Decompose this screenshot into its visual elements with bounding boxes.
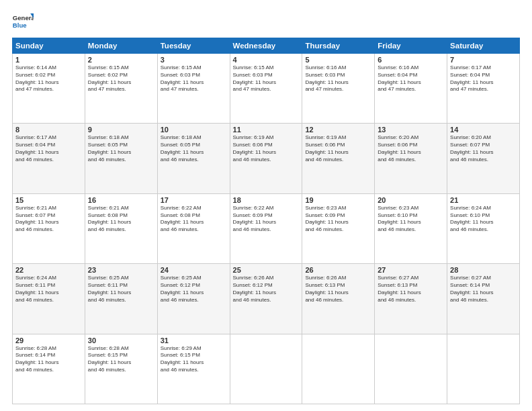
day-cell: 4Sunrise: 6:15 AM Sunset: 6:03 PM Daylig… <box>230 54 302 124</box>
day-info: Sunrise: 6:28 AM Sunset: 6:14 PM Dayligh… <box>15 345 82 374</box>
day-cell: 6Sunrise: 6:16 AM Sunset: 6:04 PM Daylig… <box>375 54 447 124</box>
day-info: Sunrise: 6:15 AM Sunset: 6:03 PM Dayligh… <box>233 64 300 93</box>
day-cell: 3Sunrise: 6:15 AM Sunset: 6:03 PM Daylig… <box>157 54 230 124</box>
col-header-wednesday: Wednesday <box>230 38 302 54</box>
calendar-table: SundayMondayTuesdayWednesdayThursdayFrid… <box>12 38 520 404</box>
day-cell: 26Sunrise: 6:26 AM Sunset: 6:13 PM Dayli… <box>302 264 375 334</box>
day-cell: 24Sunrise: 6:25 AM Sunset: 6:12 PM Dayli… <box>157 264 230 334</box>
day-info: Sunrise: 6:20 AM Sunset: 6:06 PM Dayligh… <box>378 134 444 163</box>
day-info: Sunrise: 6:24 AM Sunset: 6:11 PM Dayligh… <box>15 275 82 304</box>
day-number: 16 <box>88 196 154 204</box>
day-cell: 14Sunrise: 6:20 AM Sunset: 6:07 PM Dayli… <box>447 124 520 193</box>
day-number: 6 <box>378 56 444 64</box>
day-number: 13 <box>378 126 444 134</box>
day-cell: 12Sunrise: 6:19 AM Sunset: 6:06 PM Dayli… <box>302 124 375 193</box>
day-number: 2 <box>88 56 154 64</box>
day-info: Sunrise: 6:17 AM Sunset: 6:04 PM Dayligh… <box>15 134 82 163</box>
day-info: Sunrise: 6:21 AM Sunset: 6:08 PM Dayligh… <box>88 205 154 234</box>
day-cell: 13Sunrise: 6:20 AM Sunset: 6:06 PM Dayli… <box>375 124 447 193</box>
col-header-monday: Monday <box>85 38 157 54</box>
day-number: 27 <box>378 266 444 274</box>
week-row-1: 1Sunrise: 6:14 AM Sunset: 6:02 PM Daylig… <box>13 54 520 124</box>
day-number: 1 <box>15 56 82 64</box>
col-header-tuesday: Tuesday <box>157 38 230 54</box>
day-cell: 30Sunrise: 6:28 AM Sunset: 6:15 PM Dayli… <box>85 334 157 404</box>
day-info: Sunrise: 6:25 AM Sunset: 6:12 PM Dayligh… <box>161 275 227 304</box>
day-cell: 10Sunrise: 6:18 AM Sunset: 6:05 PM Dayli… <box>157 124 230 193</box>
day-info: Sunrise: 6:26 AM Sunset: 6:12 PM Dayligh… <box>233 275 300 304</box>
day-number: 23 <box>88 266 154 274</box>
day-info: Sunrise: 6:18 AM Sunset: 6:05 PM Dayligh… <box>88 134 154 163</box>
day-cell: 21Sunrise: 6:24 AM Sunset: 6:10 PM Dayli… <box>447 193 520 263</box>
day-info: Sunrise: 6:19 AM Sunset: 6:06 PM Dayligh… <box>305 134 371 163</box>
day-info: Sunrise: 6:22 AM Sunset: 6:09 PM Dayligh… <box>233 205 300 234</box>
day-info: Sunrise: 6:23 AM Sunset: 6:09 PM Dayligh… <box>305 205 371 234</box>
col-header-friday: Friday <box>375 38 447 54</box>
header: General Blue <box>12 11 520 32</box>
svg-text:General: General <box>13 14 34 21</box>
day-cell: 15Sunrise: 6:21 AM Sunset: 6:07 PM Dayli… <box>13 193 85 263</box>
week-row-3: 15Sunrise: 6:21 AM Sunset: 6:07 PM Dayli… <box>13 193 520 263</box>
day-number: 9 <box>88 126 154 134</box>
day-cell: 31Sunrise: 6:29 AM Sunset: 6:15 PM Dayli… <box>157 334 230 404</box>
day-info: Sunrise: 6:24 AM Sunset: 6:10 PM Dayligh… <box>450 205 517 234</box>
day-cell: 16Sunrise: 6:21 AM Sunset: 6:08 PM Dayli… <box>85 193 157 263</box>
day-cell: 5Sunrise: 6:16 AM Sunset: 6:03 PM Daylig… <box>302 54 375 124</box>
day-info: Sunrise: 6:21 AM Sunset: 6:07 PM Dayligh… <box>15 205 82 234</box>
day-cell: 11Sunrise: 6:19 AM Sunset: 6:06 PM Dayli… <box>230 124 302 193</box>
day-cell <box>230 334 302 404</box>
week-row-5: 29Sunrise: 6:28 AM Sunset: 6:14 PM Dayli… <box>13 334 520 404</box>
day-cell: 27Sunrise: 6:27 AM Sunset: 6:13 PM Dayli… <box>375 264 447 334</box>
day-number: 31 <box>161 336 227 345</box>
day-cell: 23Sunrise: 6:25 AM Sunset: 6:11 PM Dayli… <box>85 264 157 334</box>
day-info: Sunrise: 6:23 AM Sunset: 6:10 PM Dayligh… <box>378 205 444 234</box>
day-number: 14 <box>450 126 517 134</box>
col-header-thursday: Thursday <box>302 38 375 54</box>
day-cell: 9Sunrise: 6:18 AM Sunset: 6:05 PM Daylig… <box>85 124 157 193</box>
day-number: 22 <box>15 266 82 274</box>
day-number: 3 <box>161 56 227 64</box>
day-cell: 22Sunrise: 6:24 AM Sunset: 6:11 PM Dayli… <box>13 264 85 334</box>
day-number: 21 <box>450 196 517 204</box>
day-info: Sunrise: 6:27 AM Sunset: 6:14 PM Dayligh… <box>450 275 517 304</box>
day-cell: 20Sunrise: 6:23 AM Sunset: 6:10 PM Dayli… <box>375 193 447 263</box>
col-header-saturday: Saturday <box>447 38 520 54</box>
day-cell: 29Sunrise: 6:28 AM Sunset: 6:14 PM Dayli… <box>13 334 85 404</box>
week-row-2: 8Sunrise: 6:17 AM Sunset: 6:04 PM Daylig… <box>13 124 520 193</box>
day-cell <box>302 334 375 404</box>
day-number: 30 <box>88 336 154 345</box>
day-number: 26 <box>305 266 371 274</box>
day-number: 25 <box>233 266 300 274</box>
day-number: 20 <box>378 196 444 204</box>
day-info: Sunrise: 6:14 AM Sunset: 6:02 PM Dayligh… <box>15 64 82 93</box>
day-info: Sunrise: 6:27 AM Sunset: 6:13 PM Dayligh… <box>378 275 444 304</box>
day-number: 24 <box>161 266 227 274</box>
day-number: 5 <box>305 56 371 64</box>
day-number: 10 <box>161 126 227 134</box>
day-number: 17 <box>161 196 227 204</box>
day-cell: 25Sunrise: 6:26 AM Sunset: 6:12 PM Dayli… <box>230 264 302 334</box>
week-row-4: 22Sunrise: 6:24 AM Sunset: 6:11 PM Dayli… <box>13 264 520 334</box>
day-cell: 17Sunrise: 6:22 AM Sunset: 6:08 PM Dayli… <box>157 193 230 263</box>
day-number: 7 <box>450 56 517 64</box>
day-info: Sunrise: 6:26 AM Sunset: 6:13 PM Dayligh… <box>305 275 371 304</box>
day-cell: 2Sunrise: 6:15 AM Sunset: 6:02 PM Daylig… <box>85 54 157 124</box>
day-cell <box>447 334 520 404</box>
page: General Blue SundayMondayTuesdayWednesda… <box>0 0 532 411</box>
day-info: Sunrise: 6:22 AM Sunset: 6:08 PM Dayligh… <box>161 205 227 234</box>
day-info: Sunrise: 6:29 AM Sunset: 6:15 PM Dayligh… <box>161 345 227 374</box>
day-cell: 7Sunrise: 6:17 AM Sunset: 6:04 PM Daylig… <box>447 54 520 124</box>
day-info: Sunrise: 6:28 AM Sunset: 6:15 PM Dayligh… <box>88 345 154 374</box>
day-info: Sunrise: 6:19 AM Sunset: 6:06 PM Dayligh… <box>233 134 300 163</box>
day-number: 29 <box>15 336 82 345</box>
logo: General Blue <box>12 11 34 32</box>
day-number: 12 <box>305 126 371 134</box>
day-cell: 19Sunrise: 6:23 AM Sunset: 6:09 PM Dayli… <box>302 193 375 263</box>
day-info: Sunrise: 6:15 AM Sunset: 6:03 PM Dayligh… <box>161 64 227 93</box>
day-cell: 28Sunrise: 6:27 AM Sunset: 6:14 PM Dayli… <box>447 264 520 334</box>
day-cell: 1Sunrise: 6:14 AM Sunset: 6:02 PM Daylig… <box>13 54 85 124</box>
day-info: Sunrise: 6:15 AM Sunset: 6:02 PM Dayligh… <box>88 64 154 93</box>
day-info: Sunrise: 6:20 AM Sunset: 6:07 PM Dayligh… <box>450 134 517 163</box>
day-number: 18 <box>233 196 300 204</box>
day-number: 4 <box>233 56 300 64</box>
